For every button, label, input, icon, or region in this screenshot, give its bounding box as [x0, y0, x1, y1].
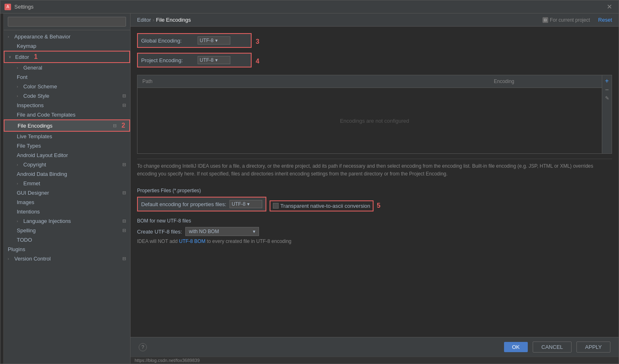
sidebar-item-codestyle[interactable]: › Code Style ⊟: [4, 91, 130, 101]
properties-encoding-value: UTF-8: [232, 201, 245, 207]
annotation-4: 4: [256, 58, 259, 65]
badge-icon: ⊟: [122, 93, 126, 99]
annotation-5: 5: [377, 202, 380, 209]
breadcrumb-parent: Editor: [137, 17, 151, 23]
sidebar-item-spelling[interactable]: Spelling ⊟: [4, 226, 130, 235]
window-title: Settings: [14, 4, 604, 10]
sidebar-item-label: GUI Designer: [17, 190, 49, 196]
annotation-1: 1: [34, 53, 38, 61]
bom-create-label: Create UTF-8 files:: [137, 229, 182, 235]
sidebar-item-fileandcode[interactable]: File and Code Templates: [4, 110, 130, 119]
info-text: To change encoding IntelliJ IDEA uses fo…: [137, 159, 612, 181]
sidebar-tree: › Appearance & Behavior Keymap ∨ Editor …: [4, 30, 130, 364]
sidebar-item-keymap[interactable]: Keymap: [4, 41, 130, 51]
sidebar-item-label: Keymap: [17, 43, 36, 49]
project-encoding-value: UTF-8: [200, 57, 214, 63]
sidebar-item-label: Font: [17, 74, 27, 80]
sidebar-item-fileencodings[interactable]: File Encodings ⊟ 2: [4, 119, 130, 132]
search-input[interactable]: [8, 17, 126, 27]
title-bar: A Settings ✕: [0, 0, 619, 13]
ok-button[interactable]: OK: [504, 342, 528, 352]
search-bar: [4, 13, 130, 30]
chevron-right-icon: ›: [8, 35, 13, 39]
sidebar-item-intentions[interactable]: Intentions: [4, 207, 130, 216]
path-column-header: Path: [137, 77, 489, 86]
transparent-conversion-checkbox[interactable]: [273, 203, 279, 209]
sidebar-item-languageinjections[interactable]: › Language Injections ⊟: [4, 216, 130, 226]
sidebar-item-label: Android Data Binding: [17, 171, 67, 177]
add-row-button[interactable]: +: [604, 77, 610, 85]
sidebar-item-general[interactable]: › General: [4, 63, 130, 72]
sidebar-item-androidlayout[interactable]: Android Layout Editor: [4, 151, 130, 160]
encoding-column-header: Encoding: [489, 77, 612, 86]
sidebar-item-label: Android Layout Editor: [17, 152, 68, 158]
sidebar-item-guidesigner[interactable]: GUI Designer ⊟: [4, 188, 130, 198]
right-panel: Editor › File Encodings ⊟ For current pr…: [131, 13, 619, 364]
status-url: https://blog.csdn.net/fox3689839: [135, 358, 200, 363]
project-icon: ⊟: [542, 17, 548, 23]
properties-encoding-label: Default encoding for properties files:: [141, 201, 226, 207]
transparent-conversion-label: Transparent native-to-ascii conversion: [280, 203, 370, 209]
sidebar-item-label: Version Control: [14, 256, 51, 262]
sidebar-item-copyright[interactable]: › Copyright ⊟: [4, 160, 130, 169]
transparent-conversion-row: Transparent native-to-ascii conversion: [270, 200, 374, 211]
main-content: › Appearance & Behavior Keymap ∨ Editor …: [0, 13, 619, 364]
for-current-project: ⊟ For current project: [542, 17, 590, 23]
sidebar-item-plugins[interactable]: Plugins: [4, 245, 130, 254]
badge-icon: ⊟: [122, 218, 126, 224]
status-bar: https://blog.csdn.net/fox3689839: [131, 357, 619, 364]
sidebar-item-appearance[interactable]: › Appearance & Behavior: [4, 32, 130, 41]
sidebar-item-label: Color Scheme: [23, 83, 57, 90]
table-body: Encodings are not configured: [137, 88, 612, 153]
reset-button[interactable]: Reset: [598, 17, 612, 23]
global-encoding-select[interactable]: UTF-8 ▾: [198, 36, 230, 45]
annotation-2: 2: [122, 122, 125, 129]
global-encoding-row: Global Encoding: UTF-8 ▾: [137, 33, 252, 48]
chevron-down-icon: ∨: [9, 55, 14, 59]
sidebar-item-filetypes[interactable]: File Types: [4, 141, 130, 151]
remove-row-button[interactable]: −: [604, 86, 610, 94]
badge-icon: ⊟: [113, 123, 117, 128]
edit-row-button[interactable]: ✎: [604, 95, 610, 101]
badge-icon: ⊟: [122, 103, 126, 108]
chevron-right-icon: ›: [8, 257, 13, 261]
sidebar-item-label: TODO: [17, 237, 32, 243]
bom-create-select[interactable]: with NO BOM ▾: [185, 227, 259, 236]
sidebar-item-label: File Types: [17, 143, 41, 149]
panel-body: Global Encoding: UTF-8 ▾ 3 Project Encod…: [131, 27, 619, 337]
project-encoding-select[interactable]: UTF-8 ▾: [198, 56, 230, 64]
properties-encoding-select[interactable]: UTF-8 ▾: [230, 200, 262, 208]
cancel-button[interactable]: CANCEL: [533, 342, 572, 353]
sidebar: › Appearance & Behavior Keymap ∨ Editor …: [4, 13, 131, 364]
sidebar-item-emmet[interactable]: › Emmet: [4, 179, 130, 188]
sidebar-item-inspections[interactable]: Inspections ⊟: [4, 101, 130, 110]
bottom-bar: ? OK CANCEL APPLY: [131, 337, 619, 357]
bom-title: BOM for new UTF-8 files: [137, 218, 612, 224]
settings-window: A Settings ✕ › Appearance & Behavior Key…: [0, 0, 619, 364]
sidebar-item-label: Copyright: [23, 162, 46, 168]
chevron-right-icon: ›: [17, 94, 22, 98]
sidebar-item-androiddatabinding[interactable]: Android Data Binding: [4, 169, 130, 179]
apply-button[interactable]: APPLY: [576, 342, 610, 353]
dropdown-icon: ▾: [215, 38, 218, 43]
sidebar-item-label: Live Templates: [17, 133, 52, 139]
sidebar-item-todo[interactable]: TODO: [4, 235, 130, 245]
breadcrumb: Editor › File Encodings: [137, 17, 541, 23]
sidebar-item-images[interactable]: Images: [4, 198, 130, 207]
bom-link: UTF-8 BOM: [179, 238, 206, 244]
badge-icon: ⊟: [122, 162, 126, 167]
sidebar-item-livetemplates[interactable]: Live Templates: [4, 132, 130, 141]
sidebar-item-label: Spelling: [17, 227, 36, 234]
sidebar-item-versioncontrol[interactable]: › Version Control ⊟: [4, 254, 130, 263]
chevron-right-icon: ›: [17, 219, 22, 223]
annotation-3: 3: [256, 38, 259, 45]
sidebar-item-font[interactable]: Font: [4, 72, 130, 82]
sidebar-item-editor[interactable]: ∨ Editor 1: [4, 51, 130, 63]
sidebar-item-label: File and Code Templates: [17, 112, 76, 118]
close-button[interactable]: ✕: [604, 2, 614, 11]
badge-icon: ⊟: [122, 228, 126, 233]
bom-section: BOM for new UTF-8 files Create UTF-8 fil…: [137, 218, 612, 244]
help-button[interactable]: ?: [139, 343, 147, 351]
sidebar-item-colorscheme[interactable]: › Color Scheme: [4, 82, 130, 91]
bom-create-value: with NO BOM: [189, 229, 219, 234]
